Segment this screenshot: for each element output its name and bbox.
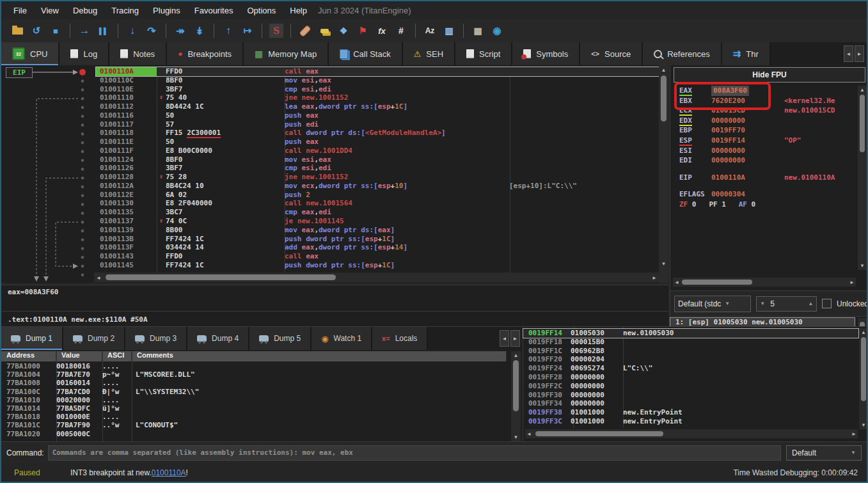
stack-row[interactable]: 0019FF1401005030new.01005030 bbox=[523, 329, 858, 338]
stack-row[interactable]: 0019FF3801001000new.EntryPoint bbox=[523, 408, 858, 417]
disasm-row[interactable]: 01001145FF7424 1Cpush dword ptr ss:[esp+… bbox=[96, 261, 659, 270]
scroll-up-arrow[interactable]: ▲ bbox=[858, 87, 867, 93]
disasm-row[interactable]: 010011263BF7cmp esi,edi bbox=[96, 164, 659, 173]
register-value[interactable]: 00000000 bbox=[711, 116, 745, 126]
disasm-row[interactable]: 0100113BFF7424 1Cpush dword ptr ss:[esp+… bbox=[96, 235, 659, 244]
command-input[interactable] bbox=[48, 445, 781, 461]
scroll-left-arrow[interactable]: ◄ bbox=[526, 431, 532, 437]
stack-vscrollbar[interactable]: ▲ ▼ bbox=[859, 328, 868, 429]
tab-seh[interactable]: ⚠SEH bbox=[403, 42, 455, 65]
disasm-row[interactable]: 01001130E8 2F040000call new.1001564 bbox=[96, 199, 659, 208]
tab-threads[interactable]: ⇉Thr bbox=[722, 42, 771, 65]
disasm-row[interactable]: 0100111650push eax bbox=[96, 111, 659, 120]
scroll-left-arrow[interactable]: ◄ bbox=[96, 275, 101, 281]
scroll-right-arrow[interactable]: ► bbox=[851, 431, 856, 437]
flag-zf[interactable]: ZF bbox=[679, 200, 688, 210]
scroll-down-arrow[interactable]: ▼ bbox=[858, 263, 867, 269]
scroll-up-arrow[interactable]: ▲ bbox=[511, 352, 521, 358]
execute-till-return-icon[interactable]: ↑ bbox=[219, 22, 238, 39]
register-row-edi[interactable]: EDI00000000 bbox=[670, 155, 856, 166]
disasm-row[interactable]: 0100110E3BF7cmp esi,edi bbox=[96, 85, 659, 94]
open-folder-icon[interactable] bbox=[8, 22, 27, 39]
dump-tab-dump5[interactable]: Dump 5 bbox=[249, 327, 312, 350]
disasm-vscrollbar[interactable]: ▲ ▼ bbox=[659, 65, 668, 283]
flag-af[interactable]: AF bbox=[739, 200, 747, 210]
stop-icon[interactable]: ■ bbox=[46, 22, 65, 39]
menu-options[interactable]: Options bbox=[240, 4, 283, 17]
dump-vscrollbar[interactable]: ▲ ▼ bbox=[511, 351, 521, 441]
scroll-down-arrow[interactable]: ▼ bbox=[859, 422, 868, 428]
dump-tab-watch1[interactable]: ◉Watch 1 bbox=[312, 327, 372, 350]
disasm-hscrollbar[interactable]: ◄ ► bbox=[94, 273, 659, 282]
register-row-esi[interactable]: ESI00000000 bbox=[670, 146, 856, 156]
scroll-down-arrow[interactable]: ▼ bbox=[659, 261, 668, 267]
step-into-icon[interactable]: ↓ bbox=[123, 22, 142, 39]
flags-row[interactable]: ZF 0 PF 1 AF 0 bbox=[670, 200, 856, 210]
scroll-thumb[interactable] bbox=[535, 431, 663, 436]
disasm-row[interactable]: 0100110C8BF0mov esi,eax bbox=[96, 76, 659, 85]
stack-row[interactable]: 0019FF18000015B0 bbox=[523, 338, 858, 347]
hash-icon[interactable]: # bbox=[391, 22, 411, 39]
stack-row[interactable]: 0019FF3000000000 bbox=[523, 391, 858, 400]
dump-row[interactable]: 77BA100000180016.... bbox=[1, 362, 507, 370]
disasm-row[interactable]: 0100111757push edi bbox=[96, 120, 659, 129]
scroll-right-arrow[interactable]: ► bbox=[652, 275, 657, 281]
dump-row[interactable]: 77BA101C77BA7F90..°wL"CONOUT$" bbox=[1, 421, 507, 429]
menu-plugins[interactable]: Plugins bbox=[146, 4, 187, 17]
arg-count-spinner[interactable]: ▼ 5 ▲ bbox=[756, 296, 817, 312]
scroll-left-arrow[interactable]: ◄ bbox=[674, 280, 679, 285]
register-value[interactable]: 00000000 bbox=[711, 146, 745, 156]
menu-help[interactable]: Help bbox=[283, 4, 314, 17]
disasm-row[interactable]: 0100110AFFD0call eax bbox=[96, 67, 659, 76]
disasm-row[interactable]: 0100111FE8 B00C0000call new.1001DD4 bbox=[96, 146, 659, 155]
dump-header-comments[interactable]: Comments bbox=[132, 351, 507, 361]
disasm-row[interactable]: 0100111E50push eax bbox=[96, 138, 659, 146]
globe-icon[interactable]: ◉ bbox=[487, 22, 507, 39]
registers-panel[interactable]: Hide FPU EAX008A3F60EBX7620E200<kernel32… bbox=[670, 65, 868, 326]
calculator-icon[interactable]: ▦ bbox=[468, 22, 487, 39]
disassembly-panel[interactable]: EIP 0100110AFFD0call eax0100110C8BF0mov … bbox=[1, 65, 668, 283]
registers-hscrollbar[interactable]: ◄ ► bbox=[673, 278, 856, 287]
device-arrow-icon[interactable]: ▥ bbox=[439, 22, 459, 39]
disasm-row[interactable]: 010011398B00mov eax,dword ptr ds:[eax] bbox=[96, 226, 659, 235]
trace-over-icon[interactable]: ↡ bbox=[190, 22, 209, 39]
tab-memory-map[interactable]: ▦Memory Map bbox=[244, 42, 329, 65]
stack-panel[interactable]: 0019FF1401005030new.010050300019FF180000… bbox=[523, 326, 868, 441]
run-to-user-code-icon[interactable]: ↦ bbox=[238, 22, 257, 39]
dump-header-value[interactable]: Value bbox=[56, 351, 102, 361]
menu-file[interactable]: File bbox=[6, 4, 34, 17]
disasm-row[interactable]: 010011128D4424 1Clea eax,dword ptr ss:[e… bbox=[96, 102, 659, 111]
stack-row[interactable]: 0019FF2000000204 bbox=[523, 355, 858, 364]
disasm-row[interactable]: 01001143FFD0call eax bbox=[96, 252, 659, 261]
command-profile-select[interactable]: Default ▼ bbox=[786, 445, 862, 461]
dump-tab-dump2[interactable]: Dump 2 bbox=[63, 327, 125, 350]
stack-row[interactable]: 0019FF3C01001000new.EntryPoint bbox=[523, 417, 858, 426]
tab-references[interactable]: References bbox=[643, 42, 722, 65]
disasm-row[interactable]: 0100113F034424 14add eax,dword ptr ss:[e… bbox=[96, 243, 659, 252]
argument-row[interactable]: 1: [esp] 01005030 new.01005030 bbox=[670, 318, 855, 327]
patch-bandage-icon[interactable] bbox=[296, 22, 315, 39]
register-row-eflags[interactable]: EFLAGS00000304 bbox=[670, 189, 856, 200]
step-over-icon[interactable]: ↷ bbox=[142, 22, 161, 39]
scroll-up-arrow[interactable]: ▲ bbox=[859, 329, 868, 335]
run-icon[interactable]: → bbox=[75, 22, 94, 39]
tab-log[interactable]: Log bbox=[59, 42, 109, 65]
disasm-row[interactable]: 010011248BF0mov esi,eax bbox=[96, 155, 659, 164]
calling-convention-select[interactable]: Default (stdc ▼ bbox=[674, 296, 751, 312]
scroll-right-arrow[interactable]: ► bbox=[849, 280, 855, 285]
scroll-down-arrow[interactable]: ▼ bbox=[511, 434, 521, 440]
scroll-thumb[interactable] bbox=[860, 95, 865, 152]
disasm-row[interactable]: 0100112A8B4C24 10mov ecx,dword ptr ss:[e… bbox=[96, 182, 659, 191]
stack-row[interactable]: 0019FF2400695274L"C:\\" bbox=[523, 364, 858, 373]
register-row-edx[interactable]: EDX00000000 bbox=[670, 116, 856, 126]
dump-tab-dump4[interactable]: Dump 4 bbox=[187, 327, 249, 350]
dump-tab-locals[interactable]: x=Locals bbox=[372, 327, 428, 350]
disasm-row[interactable]: 0100112E6A 02push 2 bbox=[96, 191, 659, 200]
spinner-up-icon[interactable]: ▲ bbox=[808, 301, 813, 306]
dump-row[interactable]: 77BA10200005000C bbox=[1, 430, 507, 438]
dump-row[interactable]: 77BA100477BA7E70p~°wL"MSCOREE.DLL" bbox=[1, 370, 507, 379]
bookmark-icon[interactable]: ⚑ bbox=[353, 22, 372, 39]
disasm-row[interactable]: 010011353BC7cmp eax,edi bbox=[96, 208, 659, 217]
scroll-thumb[interactable] bbox=[661, 75, 667, 122]
registers-vscrollbar[interactable]: ▲ ▼ bbox=[858, 86, 867, 270]
